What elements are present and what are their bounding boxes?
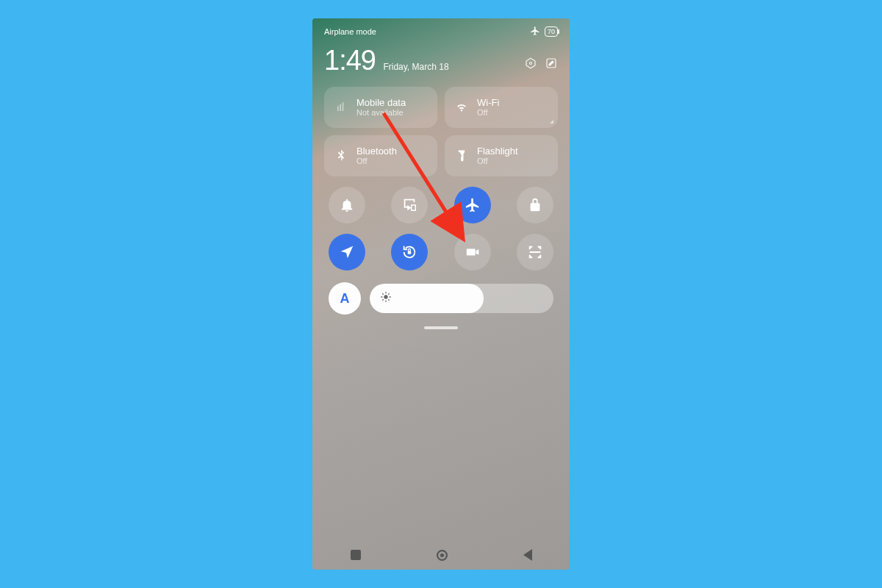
svg-line-11 [388, 293, 389, 294]
location-icon [339, 244, 355, 260]
nav-back[interactable] [523, 549, 532, 561]
auto-brightness-button[interactable]: A [329, 282, 361, 315]
drag-handle[interactable] [424, 326, 458, 329]
bluetooth-icon [333, 148, 349, 163]
svg-rect-3 [408, 251, 412, 254]
svg-line-10 [388, 299, 389, 300]
clock-date: Friday, March 18 [383, 62, 448, 72]
tile-mobile-data[interactable]: Mobile data Not available [324, 87, 437, 128]
tile-wifi[interactable]: Wi-Fi Off [445, 87, 558, 128]
tile-sub: Off [356, 157, 397, 166]
airplane-icon [465, 197, 481, 213]
auto-brightness-label: A [340, 291, 350, 306]
svg-line-9 [382, 293, 383, 294]
clock-time: 1:49 [324, 45, 376, 76]
nav-recents[interactable] [351, 550, 361, 560]
flashlight-icon [453, 148, 470, 163]
settings-icon[interactable] [524, 57, 537, 73]
bell-icon [339, 197, 355, 213]
battery-icon: 70 [545, 26, 558, 37]
tile-sub: Off [477, 108, 499, 118]
video-icon [465, 244, 481, 260]
status-label: Airplane mode [324, 27, 376, 36]
tile-sub: Off [477, 157, 518, 166]
header: 1:49 Friday, March 18 [312, 40, 570, 84]
svg-marker-0 [526, 58, 535, 68]
airplane-status-icon [530, 26, 540, 37]
toggle-lock[interactable] [517, 187, 553, 223]
phone-screen: Airplane mode 70 1:49 Friday, March 18 [312, 18, 570, 570]
toggle-location[interactable] [329, 234, 365, 270]
svg-line-12 [382, 299, 383, 300]
nav-home[interactable] [437, 550, 448, 561]
brightness-icon [380, 291, 392, 306]
lock-icon [527, 197, 543, 213]
edit-icon[interactable] [545, 57, 558, 73]
wifi-icon [453, 100, 470, 115]
tile-sub: Not available [356, 108, 406, 118]
navigation-bar [312, 540, 570, 570]
toggle-airplane[interactable] [454, 187, 491, 223]
svg-point-1 [530, 62, 532, 65]
tile-title: Bluetooth [356, 146, 397, 157]
tile-bluetooth[interactable]: Bluetooth Off [324, 135, 437, 176]
expand-caret-icon [550, 120, 553, 123]
tile-title: Mobile data [356, 97, 406, 109]
svg-point-4 [384, 295, 387, 298]
cast-icon [401, 197, 417, 213]
rotation-lock-icon [401, 244, 417, 260]
toggle-scan[interactable] [517, 234, 553, 270]
tile-flashlight[interactable]: Flashlight Off [445, 135, 558, 176]
toggle-screen-record[interactable] [454, 234, 491, 270]
scan-icon [527, 244, 543, 260]
toggle-bell[interactable] [329, 187, 365, 223]
brightness-slider[interactable] [370, 284, 553, 313]
toggle-rotation-lock[interactable] [391, 234, 428, 270]
signal-icon [333, 100, 349, 115]
status-bar: Airplane mode 70 [312, 18, 570, 40]
tile-title: Flashlight [477, 146, 518, 157]
tile-title: Wi-Fi [477, 97, 499, 109]
toggle-cast[interactable] [391, 187, 428, 223]
